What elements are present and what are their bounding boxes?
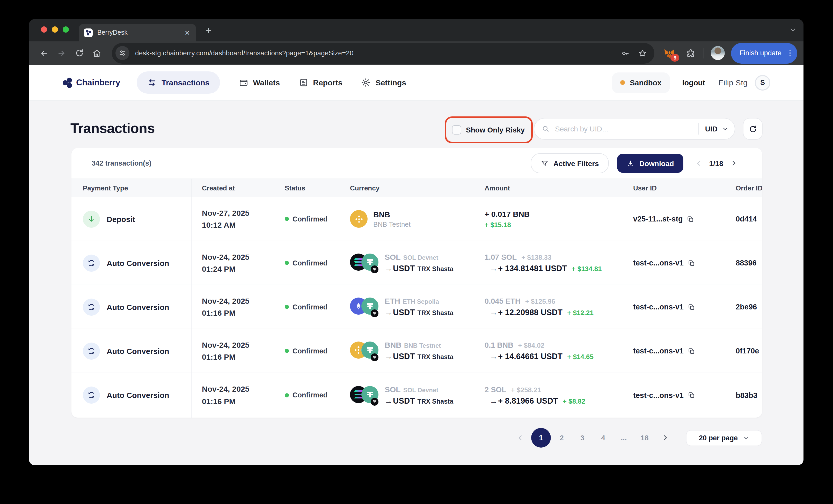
browser-profile-avatar[interactable] xyxy=(711,46,725,60)
user-avatar[interactable]: S xyxy=(755,75,770,90)
copy-icon[interactable] xyxy=(687,303,695,311)
download-button[interactable]: Download xyxy=(617,154,683,173)
tab-favicon-icon xyxy=(84,28,93,37)
tab-close-icon[interactable]: ✕ xyxy=(183,28,191,37)
payment-type-cell: Auto Conversion xyxy=(71,386,191,404)
to-currency-network: TRX Shasta xyxy=(417,266,453,273)
window-zoom-button[interactable] xyxy=(63,26,69,33)
page-number[interactable]: 3 xyxy=(572,434,593,442)
amount-value: + 0.017 BNB xyxy=(484,209,622,218)
page-ellipsis: ... xyxy=(614,434,634,442)
to-amount-value: + 14.64661 USDT xyxy=(498,352,563,361)
page-number[interactable]: 4 xyxy=(593,434,614,442)
refresh-button[interactable] xyxy=(743,118,763,140)
table-row[interactable]: Auto ConversionNov-24, 202501:16 PMConfi… xyxy=(71,285,762,329)
user-id-cell: v25-11...st-stg xyxy=(622,215,725,223)
browser-tab[interactable]: BerryDesk ✕ xyxy=(79,24,196,42)
home-icon[interactable] xyxy=(90,46,103,60)
gear-icon xyxy=(361,78,371,87)
bookmark-star-icon[interactable] xyxy=(638,48,647,58)
to-currency-symbol: USDT xyxy=(393,308,415,317)
download-icon xyxy=(626,159,635,168)
screen: BerryDesk ✕ + xyxy=(0,0,833,504)
active-filters-button[interactable]: Active Filters xyxy=(531,153,609,173)
coin-pair-icon xyxy=(350,297,379,317)
order-id-value: 2be96 xyxy=(736,303,757,311)
table-row[interactable]: Auto ConversionNov-24, 202501:16 PMConfi… xyxy=(71,329,762,373)
payment-type-cell: Auto Conversion xyxy=(71,342,191,359)
site-info-icon[interactable] xyxy=(115,46,129,60)
from-amount-usd: + $84.02 xyxy=(518,342,544,349)
from-currency-symbol: SOL xyxy=(385,253,401,261)
from-currency-network: SOL Devnet xyxy=(403,386,438,394)
next-page-icon[interactable] xyxy=(731,160,737,167)
table-row[interactable]: DepositNov-27, 202510:12 AMConfirmedBNBB… xyxy=(71,197,762,241)
arrow-icon: → xyxy=(490,352,498,361)
search-field-select[interactable]: UID xyxy=(705,125,718,133)
column-header: Currency xyxy=(339,184,474,192)
reload-icon[interactable] xyxy=(72,46,86,60)
nav-item-wallets[interactable]: Wallets xyxy=(238,78,280,87)
nav-item-reports[interactable]: Reports xyxy=(299,78,342,87)
copy-icon[interactable] xyxy=(687,391,695,399)
brand-logo[interactable]: Chainberry xyxy=(62,77,120,88)
transactions-card: 342 transaction(s) Active Filters Downlo… xyxy=(71,148,762,418)
chevron-down-icon[interactable] xyxy=(722,126,729,132)
arrow-icon: → xyxy=(490,264,498,273)
chainberry-logo-icon xyxy=(62,77,73,88)
search-input[interactable] xyxy=(554,124,692,133)
trx-chain-badge-icon xyxy=(371,398,378,405)
table-row[interactable]: Auto ConversionNov-24, 202501:24 PMConfi… xyxy=(71,241,762,285)
status-cell: Confirmed xyxy=(274,303,339,311)
currency-cell: BNBBNB Testnet→USDTTRX Shasta xyxy=(339,341,474,361)
nav-item-transactions[interactable]: Transactions xyxy=(137,71,220,94)
status-cell: Confirmed xyxy=(274,259,339,267)
logout-link[interactable]: logout xyxy=(682,78,705,87)
copy-icon[interactable] xyxy=(687,215,694,223)
nav-label: Wallets xyxy=(253,78,280,87)
arrow-icon: → xyxy=(385,264,392,273)
nav-item-settings[interactable]: Settings xyxy=(361,78,406,87)
per-page-select[interactable]: 20 per page xyxy=(686,430,762,446)
created-at-cell: Nov-24, 202501:24 PM xyxy=(191,251,274,275)
browser-menu-icon[interactable] xyxy=(787,48,793,58)
copy-icon[interactable] xyxy=(687,347,695,355)
prev-page-icon[interactable] xyxy=(695,160,702,167)
pagination-next-icon[interactable] xyxy=(662,434,669,442)
to-currency-network: TRX Shasta xyxy=(417,398,453,405)
page-number[interactable]: 2 xyxy=(551,434,572,442)
password-key-icon[interactable] xyxy=(621,48,630,58)
page-number[interactable]: 18 xyxy=(634,434,655,442)
search-divider xyxy=(698,123,699,134)
created-date: Nov-24, 2025 xyxy=(202,251,274,263)
order-id-cell: b83b3 xyxy=(725,390,762,400)
page-number-active[interactable]: 1 xyxy=(531,428,551,448)
created-time: 10:12 AM xyxy=(202,219,274,231)
finish-update-button[interactable]: Finish update xyxy=(731,43,797,64)
column-header: Amount xyxy=(474,184,622,192)
to-amount-value: + 8.81966 USDT xyxy=(498,396,558,405)
address-bar[interactable]: desk-stg.chainberry.com/dashboard/transa… xyxy=(112,43,654,64)
pagination-prev-icon[interactable] xyxy=(517,434,524,442)
copy-icon[interactable] xyxy=(687,259,695,267)
user-id-cell: test-c...ons-v1 xyxy=(622,303,725,311)
window-minimize-button[interactable] xyxy=(52,26,58,33)
show-only-risky-checkbox[interactable] xyxy=(452,125,461,134)
to-currency-network: TRX Shasta xyxy=(417,309,453,317)
url-text: desk-stg.chainberry.com/dashboard/transa… xyxy=(135,49,613,57)
extensions-puzzle-icon[interactable] xyxy=(684,47,697,59)
window-close-button[interactable] xyxy=(41,26,47,33)
new-tab-button[interactable]: + xyxy=(203,25,214,36)
forward-icon[interactable] xyxy=(55,46,68,60)
status-label: Confirmed xyxy=(292,303,328,311)
amount-cell: 1.07 SOL+ $138.33→+ 134.81481 USDT+ $134… xyxy=(474,253,622,273)
app-header: Chainberry Transactions Wallets xyxy=(29,65,804,101)
metamask-extension-icon[interactable]: 9 xyxy=(663,47,676,59)
back-icon[interactable] xyxy=(37,46,51,60)
created-time: 01:16 PM xyxy=(202,307,274,319)
conversion-arrows-icon xyxy=(83,298,100,316)
created-date: Nov-24, 2025 xyxy=(202,339,274,351)
table-row[interactable]: Auto ConversionNov-24, 202501:16 PMConfi… xyxy=(71,373,762,417)
tab-search-chevron-icon[interactable] xyxy=(789,26,796,35)
created-at-cell: Nov-24, 202501:16 PM xyxy=(191,295,274,319)
